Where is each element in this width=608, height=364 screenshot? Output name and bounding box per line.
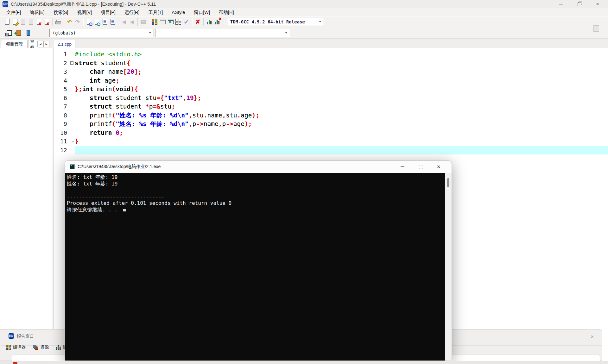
menu-item[interactable]: 文件[F]: [2, 9, 25, 16]
debug-info-icon[interactable]: [139, 18, 147, 26]
symbol-select[interactable]: [155, 29, 290, 37]
code-text: char name[20];: [75, 67, 608, 76]
forward-icon[interactable]: ◀: [128, 18, 136, 26]
report-close-button[interactable]: ×: [589, 333, 596, 340]
menu-item[interactable]: 工具[T]: [144, 9, 167, 16]
toolbar-separator: [192, 18, 192, 26]
save-icon[interactable]: [19, 18, 27, 26]
restore-button[interactable]: [572, 0, 586, 8]
console-close-button[interactable]: ×: [432, 161, 445, 173]
delete-profiling-icon[interactable]: ✘: [213, 18, 221, 26]
tab-project-manager[interactable]: 项目管理: [1, 40, 28, 48]
console-output: 姓名: txt 年龄: 19姓名: txt 年龄: 19------------…: [67, 174, 231, 213]
class-browser-toolbar: (globals): [0, 27, 608, 39]
fold-marker: [69, 129, 75, 137]
find-in-files-icon[interactable]: [93, 18, 101, 26]
minimize-button[interactable]: [554, 0, 568, 8]
menu-item[interactable]: 搜索[S]: [49, 9, 73, 16]
syntax-check-icon[interactable]: ✔: [182, 18, 190, 26]
devcpp-logo-icon: DEV: [9, 333, 14, 339]
tab-scroll-left-button[interactable]: ◀: [37, 41, 43, 47]
goto-line-icon[interactable]: →: [109, 18, 117, 26]
menu-item[interactable]: 项目[P]: [96, 9, 120, 16]
menu-item[interactable]: 视图[V]: [73, 9, 96, 16]
report-tab-resources[interactable]: 资源: [30, 343, 52, 352]
chevron-down-icon: [149, 32, 151, 34]
new-source-icon[interactable]: [14, 28, 23, 37]
fold-marker: [69, 137, 75, 146]
compiler-select[interactable]: TDM-GCC 4.9.2 64-bit Release: [227, 18, 324, 26]
code-text: struct student{: [75, 59, 608, 68]
code-text: printf("姓名: %s 年龄: %d\n",stu.name,stu.ag…: [75, 111, 608, 120]
console-maximize-button[interactable]: [415, 161, 427, 173]
code-text: int age;: [75, 76, 608, 85]
layers-icon: [33, 345, 38, 350]
run-icon[interactable]: [159, 18, 167, 26]
jump-to-editor-icon[interactable]: [4, 28, 14, 37]
code-text: [75, 146, 608, 155]
console-window: C:\Users\19435\Desktop\电脑作业\2.1.exe × 姓名…: [65, 160, 452, 360]
fold-marker: [69, 102, 75, 111]
chevron-down-icon: [319, 21, 321, 22]
menu-item[interactable]: 编辑[E]: [25, 9, 49, 16]
redo-icon[interactable]: ↷: [73, 18, 81, 26]
code-text: return 0;: [75, 129, 608, 137]
line-number: 8: [54, 111, 69, 120]
scrollbar-thumb[interactable]: [447, 178, 449, 187]
tab-strip: 项目管理 查看 ◀ ▶ 2.1.cpp: [0, 39, 608, 48]
close-all-files-icon[interactable]: ✘: [43, 18, 51, 26]
bookmark-icon[interactable]: [23, 28, 33, 37]
save-all-icon[interactable]: [27, 18, 35, 26]
print-icon[interactable]: [54, 18, 62, 26]
restore-icon: [578, 3, 581, 6]
menu-item[interactable]: 帮助[H]: [214, 9, 238, 16]
tab-editor-file[interactable]: 2.1.cpp: [54, 40, 75, 48]
main-toolbar: ✘ ✘ ↶ ↷ → ◀ ◀ ✔ ✘ ✘ TDM-GCC 4.9.2 64-bit…: [0, 16, 608, 27]
console-line: 姓名: txt 年龄: 19: [67, 181, 231, 187]
close-button[interactable]: ×: [590, 0, 605, 8]
code-area: 1#include <stdio.h>2struct student{3 cha…: [54, 50, 608, 154]
new-file-icon[interactable]: [3, 18, 11, 26]
open-file-icon[interactable]: [11, 18, 19, 26]
line-number: 10: [54, 129, 69, 137]
menu-item[interactable]: AStyle: [167, 9, 189, 16]
line-number: 5: [54, 85, 69, 94]
taskbar-app-icon[interactable]: [13, 362, 17, 364]
window-title: C:\Users\19435\Desktop\电脑作业\2.1.cpp - [E…: [11, 1, 156, 7]
console-screen[interactable]: 姓名: txt 年龄: 19姓名: txt 年龄: 19------------…: [65, 173, 445, 361]
fold-marker[interactable]: [69, 59, 75, 68]
replace-icon[interactable]: [101, 18, 109, 26]
compile-and-run-icon[interactable]: [167, 18, 174, 26]
console-line: Process exited after 0.101 seconds with …: [67, 200, 231, 207]
fold-gutter: [69, 50, 75, 59]
taskbar[interactable]: [0, 361, 608, 364]
undo-icon[interactable]: ↶: [66, 18, 73, 26]
back-icon[interactable]: ◀: [120, 18, 128, 26]
toolbar-separator: [83, 18, 83, 26]
compile-icon[interactable]: [151, 18, 159, 26]
console-scrollbar[interactable]: [445, 173, 452, 361]
toolbar-separator: [118, 18, 118, 26]
find-icon[interactable]: [85, 18, 93, 26]
menu-item[interactable]: 窗口[W]: [189, 9, 214, 16]
menu-item[interactable]: 运行[R]: [120, 9, 144, 16]
toolbar-separator: [149, 18, 149, 26]
tab-view[interactable]: 查看: [28, 40, 38, 48]
code-text: struct student *p=&stu;: [75, 102, 608, 111]
console-minimize-button[interactable]: [396, 161, 409, 173]
console-title-bar[interactable]: C:\Users\19435\Desktop\电脑作业\2.1.exe ×: [65, 161, 452, 173]
toolbar-separator: [52, 18, 53, 26]
toolbar-separator: [223, 18, 223, 26]
code-line: 7 struct student *p=&stu;: [54, 102, 608, 111]
tab-scroll-right-button[interactable]: ▶: [43, 41, 49, 47]
console-line: [67, 187, 231, 194]
abort-compilation-icon[interactable]: ✘: [194, 18, 202, 26]
globals-select[interactable]: (globals): [49, 29, 154, 37]
report-tab-compiler[interactable]: 编译器: [3, 343, 29, 352]
close-file-icon[interactable]: ✘: [35, 18, 43, 26]
report-strip-button[interactable]: [593, 25, 599, 32]
menu-bar: 文件[F]编辑[E]搜索[S]视图[V]项目[P]运行[R]工具[T]AStyl…: [0, 8, 608, 16]
rebuild-all-icon[interactable]: [174, 18, 182, 26]
profile-analysis-icon[interactable]: [205, 18, 213, 26]
report-tab-label: 资源: [41, 344, 49, 350]
